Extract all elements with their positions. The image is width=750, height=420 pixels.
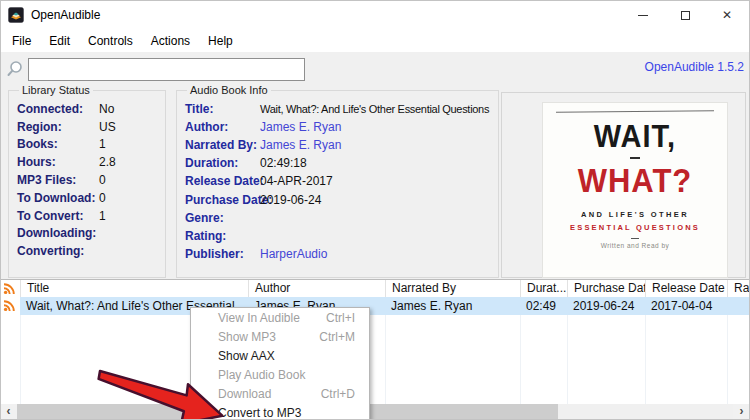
- scroll-left-button[interactable]: ‹: [0, 404, 17, 420]
- menu-item-label: View In Audible: [218, 311, 326, 325]
- column-header-release-date[interactable]: Release Date: [645, 280, 727, 297]
- scroll-right-button[interactable]: ›: [733, 404, 750, 420]
- cover-divider: [630, 157, 640, 159]
- column-header-narrated-by[interactable]: Narrated By: [385, 280, 520, 297]
- menu-item-label: Show MP3: [218, 330, 319, 344]
- close-button[interactable]: ✕: [706, 0, 748, 30]
- menu-item-view-in-audible[interactable]: View In Audible Ctrl+I: [191, 308, 369, 327]
- info-row: Rating:: [185, 227, 498, 245]
- status-value: 0: [99, 173, 106, 187]
- window-title: OpenAudible: [31, 8, 100, 22]
- app-window: OpenAudible ✕ File Edit Controls Actions…: [0, 0, 750, 420]
- scroll-left-icon: ‹: [7, 404, 11, 418]
- info-label: Narrated By:: [185, 138, 260, 152]
- status-row: To Download:0: [17, 189, 165, 207]
- cover-decoration-line: [556, 110, 714, 113]
- info-label: Purchase Date:: [185, 193, 260, 207]
- search-icon: [6, 60, 24, 78]
- status-label: To Convert:: [17, 209, 99, 223]
- menu-item-shortcut: Ctrl+M: [319, 330, 355, 344]
- info-label: Rating:: [185, 229, 260, 243]
- status-value: 0: [99, 191, 106, 205]
- row-purchase-date-cell: 2019-06-24: [567, 297, 645, 315]
- titlebar: OpenAudible ✕: [0, 0, 750, 30]
- cover-title-line2: WHAT?: [543, 162, 727, 200]
- column-header-rating[interactable]: Rat: [727, 280, 750, 297]
- maximize-icon: [681, 11, 690, 20]
- menu-file[interactable]: File: [3, 32, 40, 50]
- cover-divider: [631, 238, 639, 239]
- status-label: Hours:: [17, 155, 99, 169]
- menu-actions[interactable]: Actions: [142, 32, 199, 50]
- menu-item-label: Download: [218, 387, 321, 401]
- column-header-duration[interactable]: Durat...: [520, 280, 567, 297]
- duration-value: 02:49:18: [260, 156, 307, 170]
- info-label: Duration:: [185, 156, 260, 170]
- table-row-selected[interactable]: Wait, What?: And Life's Other Essential …: [0, 297, 750, 315]
- column-header-purchase-date[interactable]: Purchase Date: [567, 280, 645, 297]
- column-header-title[interactable]: Title: [20, 280, 248, 297]
- status-value: 1: [99, 209, 106, 223]
- cover-panel: WAIT, WHAT? AND LIFE'S OTHER ESSENTIAL Q…: [501, 92, 746, 278]
- version-link[interactable]: OpenAudible 1.5.2: [645, 60, 744, 74]
- status-row: Books:1: [17, 136, 165, 154]
- narrator-link[interactable]: James E. Ryan: [260, 138, 341, 152]
- menu-item-shortcut: Ctrl+D: [321, 387, 355, 401]
- menu-item-shortcut: Ctrl+I: [326, 311, 355, 325]
- menu-item-download[interactable]: Download Ctrl+D: [191, 384, 369, 403]
- info-row: Narrated By:James E. Ryan: [185, 136, 498, 154]
- library-status-group: Library Status Connected:No Region:US Bo…: [8, 84, 166, 278]
- info-label: Publisher:: [185, 247, 260, 261]
- info-row: Publisher:HarperAudio: [185, 245, 498, 263]
- horizontal-scrollbar[interactable]: ‹ ›: [0, 404, 750, 420]
- release-date-value: 04-APR-2017: [260, 174, 333, 188]
- status-value: 1: [99, 137, 106, 151]
- status-row: Hours:2.8: [17, 153, 165, 171]
- info-label: Genre:: [185, 211, 260, 225]
- menu-item-label: Play Audio Book: [218, 368, 355, 382]
- status-value: US: [99, 120, 116, 134]
- grid-line: [645, 315, 646, 404]
- menu-controls[interactable]: Controls: [79, 32, 142, 50]
- menu-item-convert-to-mp3[interactable]: Convert to MP3: [191, 403, 369, 420]
- status-row: Connected:No: [17, 100, 165, 118]
- grid-line: [567, 315, 568, 404]
- status-label: Converting:: [17, 244, 99, 258]
- menubar: File Edit Controls Actions Help: [0, 30, 750, 52]
- minimize-button[interactable]: [622, 0, 664, 30]
- publisher-link[interactable]: HarperAudio: [260, 247, 327, 261]
- row-status-cell: [0, 297, 20, 315]
- menu-help[interactable]: Help: [199, 32, 242, 50]
- column-header-icon[interactable]: [0, 280, 20, 297]
- audio-book-info-legend: Audio Book Info: [187, 84, 271, 96]
- row-duration-cell: 02:49: [520, 297, 567, 315]
- column-header-author[interactable]: Author: [248, 280, 385, 297]
- maximize-button[interactable]: [664, 0, 706, 30]
- grid-line: [385, 315, 386, 404]
- grid-line: [20, 315, 21, 404]
- grid-line: [727, 315, 728, 404]
- info-row: Title:Wait, What?: And Life's Other Esse…: [185, 100, 498, 118]
- cover-subtitle-line1: AND LIFE'S OTHER: [543, 210, 727, 219]
- window-controls: ✕: [622, 0, 748, 30]
- purchase-date-value: 2019-06-24: [260, 193, 321, 207]
- search-input[interactable]: [28, 58, 305, 81]
- row-release-date-cell: 2017-04-04: [645, 297, 727, 315]
- status-row: MP3 Files:0: [17, 171, 165, 189]
- menu-item-show-mp3[interactable]: Show MP3 Ctrl+M: [191, 327, 369, 346]
- status-label: To Download:: [17, 191, 99, 205]
- status-label: Books:: [17, 137, 99, 151]
- menu-item-play-audio-book[interactable]: Play Audio Book: [191, 365, 369, 384]
- book-cover-image: WAIT, WHAT? AND LIFE'S OTHER ESSENTIAL Q…: [542, 102, 728, 278]
- grid-line: [520, 315, 521, 404]
- status-label: Downloading:: [17, 226, 99, 240]
- menu-edit[interactable]: Edit: [40, 32, 79, 50]
- status-label: Connected:: [17, 102, 99, 116]
- menu-item-label: Show AAX: [218, 349, 355, 363]
- menu-item-show-aax[interactable]: Show AAX: [191, 346, 369, 365]
- cover-subtitle-line2: ESSENTIAL QUESTIONS: [543, 223, 727, 232]
- author-link[interactable]: James E. Ryan: [260, 120, 341, 134]
- info-row: Purchase Date:2019-06-24: [185, 190, 498, 208]
- library-status-legend: Library Status: [19, 84, 93, 96]
- status-value: No: [99, 102, 114, 116]
